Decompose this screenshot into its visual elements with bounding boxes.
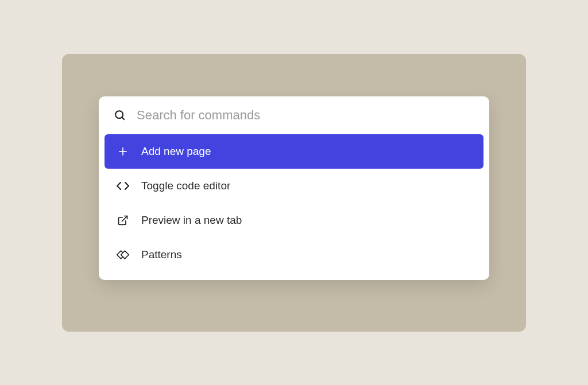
plus-icon	[116, 145, 130, 158]
svg-line-1	[122, 117, 125, 120]
background-panel: Add new page Toggle code editor	[62, 54, 526, 332]
command-label: Patterns	[141, 248, 472, 261]
search-icon	[114, 109, 126, 122]
command-palette: Add new page Toggle code editor	[99, 96, 489, 280]
command-label: Toggle code editor	[141, 180, 472, 192]
command-add-new-page[interactable]: Add new page	[105, 134, 483, 169]
external-link-icon	[116, 213, 130, 227]
command-label: Add new page	[141, 145, 472, 158]
code-icon	[116, 179, 130, 193]
command-toggle-code-editor[interactable]: Toggle code editor	[105, 169, 483, 203]
command-label: Preview in a new tab	[141, 214, 472, 227]
command-patterns[interactable]: Patterns	[105, 238, 483, 272]
svg-line-4	[122, 216, 127, 221]
command-preview-new-tab[interactable]: Preview in a new tab	[105, 203, 483, 238]
search-input[interactable]	[137, 108, 474, 123]
command-list: Add new page Toggle code editor	[99, 134, 489, 280]
patterns-icon	[116, 248, 130, 262]
svg-point-0	[115, 111, 123, 118]
search-row	[99, 96, 489, 134]
